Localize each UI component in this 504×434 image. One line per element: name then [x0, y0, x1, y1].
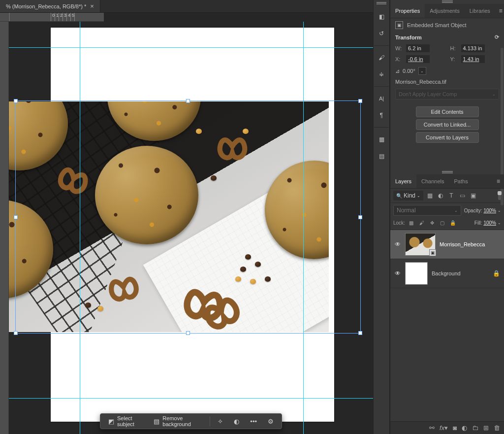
chevron-down-icon: ⌄ [417, 194, 420, 198]
tab-channels[interactable]: Channels [416, 174, 449, 188]
chevron-down-icon: ⌄ [454, 208, 458, 213]
select-subject-icon: ◩ [108, 418, 114, 425]
tab-adjustments[interactable]: Adjustments [425, 4, 465, 18]
layer-row[interactable]: 👁 Background 🔒 [390, 259, 504, 288]
transform-icon: ✧ [218, 418, 223, 425]
filter-shape-icon[interactable]: ▭ [458, 191, 467, 200]
layers-panel-footer: ⚯ fx▾ ◙ ◐ 🗀 ⊞ 🗑 [390, 421, 504, 434]
ruler-tick: 3 [63, 13, 66, 21]
convert-to-linked-button[interactable]: Convert to Linked... [416, 119, 479, 130]
layer-filter-toggle[interactable] [498, 191, 501, 200]
filter-pixel-icon[interactable]: ▦ [425, 191, 434, 200]
ruler-tick: 4 [66, 13, 70, 21]
layer-visibility-toggle[interactable]: 👁 [394, 270, 401, 277]
adjust-panel-icon[interactable]: ≑ [375, 67, 388, 81]
layer-visibility-toggle[interactable]: 👁 [394, 241, 401, 248]
character-panel-icon[interactable]: A| [375, 92, 388, 105]
lock-icon[interactable]: 🔒 [493, 270, 500, 277]
canvas[interactable]: ◩ Select subject ▧ Remove background ✧ ◐… [9, 22, 373, 434]
ruler-tick: 2 [59, 13, 63, 21]
bar-settings-button[interactable]: ⚙ [263, 415, 279, 428]
lock-position-icon[interactable]: ✥ [428, 219, 436, 227]
ruler-horizontal[interactable]: 0 1 2 3 4 5 [9, 13, 104, 22]
layer-filter-kind[interactable]: 🔍 Kind ⌄ [393, 191, 423, 200]
lock-artboard-icon[interactable]: ▢ [439, 219, 446, 227]
layer-thumbnail[interactable]: ▣ [405, 233, 436, 256]
tab-libraries[interactable]: Libraries [465, 4, 495, 18]
transform-handle[interactable] [358, 215, 362, 219]
panel-menu-button[interactable]: ≡ [493, 174, 504, 188]
width-field[interactable]: W: 6.2 in [395, 44, 444, 52]
lock-transparency-icon[interactable]: ▩ [408, 219, 415, 227]
convert-to-layers-button[interactable]: Convert to Layers [416, 132, 479, 143]
blend-mode-dropdown[interactable]: Normal ⌄ [393, 205, 461, 216]
close-tab-icon[interactable]: × [90, 2, 94, 10]
chevron-down-icon[interactable]: ⌄ [498, 208, 501, 213]
filter-type-icon[interactable]: T [447, 191, 456, 200]
layer-name[interactable]: Morrison_Rebecca [440, 241, 485, 247]
contextual-task-bar[interactable]: ◩ Select subject ▧ Remove background ✧ ◐… [100, 413, 282, 429]
transform-handle[interactable] [358, 331, 362, 335]
new-group-icon[interactable]: 🗀 [472, 424, 478, 432]
brushes-panel-icon[interactable]: 🖌 [375, 51, 388, 65]
separator [210, 416, 210, 426]
chevron-down-icon: ⌄ [492, 92, 496, 97]
opacity-field[interactable]: Opacity: 100% ⌄ [464, 208, 501, 213]
rotate-field[interactable]: 0.00° [403, 68, 415, 74]
guide-horizontal[interactable] [9, 47, 373, 48]
swatches-panel-icon[interactable]: ▦ [375, 133, 388, 146]
delete-layer-icon[interactable]: 🗑 [494, 424, 500, 432]
edit-contents-button[interactable]: Edit Contents [416, 106, 479, 117]
layer-row[interactable]: 👁 ▣ Morrison_Rebecca [390, 230, 504, 259]
guide-vertical[interactable] [303, 22, 304, 434]
chevron-down-icon[interactable]: ⌄ [498, 221, 501, 225]
new-adjustment-icon[interactable]: ◐ [462, 424, 467, 432]
select-subject-button[interactable]: ◩ Select subject [103, 415, 148, 428]
layer-name[interactable]: Background [432, 270, 461, 276]
document-tab-title: % (Morrison_Rebecca, RGB/8*) * [6, 3, 86, 9]
y-field[interactable]: Y: 1.43 in [450, 55, 500, 63]
ruler-tick: 0 [51, 13, 55, 21]
new-layer-icon[interactable]: ⊞ [483, 424, 489, 432]
guide-horizontal[interactable] [9, 398, 373, 399]
history-panel-icon[interactable]: ↺ [375, 27, 388, 40]
reset-transform-icon[interactable]: ⟳ [495, 34, 499, 40]
tab-properties[interactable]: Properties [390, 4, 425, 18]
smart-object-badge-icon: ▣ [429, 249, 436, 256]
ruler-origin[interactable] [0, 13, 9, 22]
x-field[interactable]: X: -0.6 in [395, 55, 444, 63]
transform-icon-button[interactable]: ✧ [213, 415, 228, 428]
layer-comp-dropdown: Don't Apply Layer Comp ⌄ [395, 89, 499, 100]
rotate-icon: ⊿ [395, 68, 400, 74]
remove-background-button[interactable]: ▧ Remove background [149, 415, 206, 428]
mask-icon: ◐ [234, 418, 239, 425]
tab-paths[interactable]: Paths [449, 174, 473, 188]
height-field[interactable]: H: 4.133 in [450, 44, 500, 52]
lock-all-icon[interactable]: 🔒 [449, 219, 457, 227]
info-panel-icon[interactable]: ▤ [375, 149, 388, 163]
sliders-icon: ⚙ [268, 418, 274, 425]
filter-adjust-icon[interactable]: ◐ [436, 191, 445, 200]
color-panel-icon[interactable]: ◧ [375, 10, 388, 24]
layer-fx-icon[interactable]: fx▾ [440, 424, 448, 432]
more-options-button[interactable]: ••• [245, 415, 262, 428]
lock-image-icon[interactable]: 🖌 [418, 219, 426, 227]
link-layers-icon[interactable]: ⚯ [429, 424, 435, 432]
ruler-vertical[interactable] [0, 22, 9, 434]
fill-field[interactable]: Fill: 100% ⌄ [474, 220, 501, 226]
guide-vertical[interactable] [80, 22, 80, 434]
ruler-tick: 5 [70, 13, 74, 21]
add-mask-icon[interactable]: ◙ [453, 424, 457, 432]
panel-menu-button[interactable]: ≡ [495, 4, 504, 18]
filter-smart-icon[interactable]: ▣ [469, 191, 477, 200]
mask-icon-button[interactable]: ◐ [229, 415, 244, 428]
rotate-dropdown[interactable]: ⌄ [418, 67, 426, 75]
paragraph-panel-icon[interactable]: ¶ [375, 108, 388, 122]
document-tab[interactable]: % (Morrison_Rebecca, RGB/8*) * × [0, 0, 100, 12]
transform-handle[interactable] [358, 99, 362, 103]
transform-section-label: Transform [395, 34, 422, 40]
smart-object-image[interactable] [9, 101, 329, 332]
layer-thumbnail[interactable] [405, 262, 428, 285]
tab-layers[interactable]: Layers [390, 174, 416, 188]
collapsed-panel-dock[interactable]: ◧ ↺ 🖌 ≑ A| ¶ ▦ ▤ [373, 0, 390, 434]
